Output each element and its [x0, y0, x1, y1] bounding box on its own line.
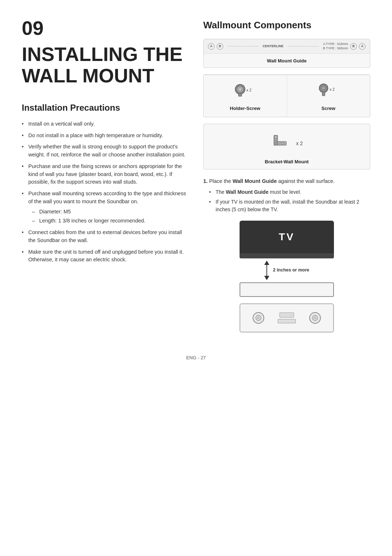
wallmount-components-title: Wallmount Components: [203, 18, 370, 32]
soundbar-left-speaker: [253, 312, 264, 324]
svg-point-21: [275, 139, 277, 141]
label-b: B: [217, 43, 223, 50]
size-info: A TYPE : 616mm B TYPE : 565mm: [323, 42, 348, 50]
holder-screw-icon: x 2: [234, 82, 256, 100]
bracket-box: x 2 Bracket-Wall Mount: [203, 124, 370, 169]
dotted-line-2: [288, 46, 319, 46]
arrow-down-icon: [264, 276, 269, 280]
sub-list: Diameter: M5 Length: 1 3/8 inches or lon…: [32, 208, 189, 225]
chapter-number: 09: [22, 18, 44, 38]
holder-screw-label: Holder-Screw: [230, 102, 260, 114]
svg-point-20: [274, 136, 277, 139]
list-item: Connect cables from the unit to external…: [22, 229, 189, 245]
installation-precautions-title: Installation Precautions: [22, 101, 189, 114]
list-item: Purchase and use the fixing screws or an…: [22, 163, 189, 186]
label-a: A: [208, 43, 215, 50]
chapter-header: 09 INSTALLING THE WALL MOUNT: [22, 18, 189, 101]
screw-label: Screw: [322, 102, 335, 114]
chapter-title-line1: INSTALLING THE WALL MOUNT: [22, 44, 183, 87]
step-sub-list: The Wall Mount Guide must be level. If y…: [209, 188, 370, 213]
steps-section: 1. Place the Wall Mount Guide against th…: [203, 177, 370, 213]
arrow-container: [264, 261, 269, 280]
sub-list-item: Length: 1 3/8 inches or longer recommend…: [32, 217, 189, 225]
soundbar-box: [240, 282, 334, 297]
soundbar-detail: [240, 303, 334, 332]
wall-mount-guide-strip: A B CENTERLINE A TYPE : 616mm B TYPE : 5…: [204, 39, 370, 54]
arrow-line: [266, 265, 267, 276]
svg-point-22: [282, 143, 283, 144]
footer-text: ENG - 27: [186, 355, 206, 360]
bracket-wall-mount-icon: [271, 131, 293, 153]
label-a2: A: [359, 43, 366, 50]
svg-point-2: [239, 88, 242, 91]
soundbar-right-speaker: [309, 312, 321, 324]
centerline-label: CENTERLINE: [263, 44, 284, 49]
holder-screw-cell: x 2 Holder-Screw: [204, 75, 287, 117]
screw-icon: x 2: [318, 82, 339, 100]
list-item: Make sure the unit is turned off and unp…: [22, 248, 189, 264]
step-sub-item: The Wall Mount Guide must be level.: [209, 188, 370, 196]
precautions-list: Install on a vertical wall only. Do not …: [22, 120, 189, 264]
bracket-caption: Bracket-Wall Mount: [265, 158, 309, 165]
left-column: 09 INSTALLING THE WALL MOUNT Installatio…: [22, 18, 189, 332]
list-item: Purchase wall mounting screws according …: [22, 190, 189, 225]
wall-mount-guide-caption: Wall Mount Guide: [204, 54, 370, 68]
wall-mount-guide-box: A B CENTERLINE A TYPE : 616mm B TYPE : 5…: [203, 39, 370, 68]
svg-text:x 2: x 2: [246, 88, 252, 92]
bracket-count: x 2: [296, 140, 303, 147]
tv-label: TV: [279, 229, 295, 245]
svg-point-9: [321, 85, 326, 91]
svg-text:x 2: x 2: [330, 87, 335, 91]
step-sub-item: If your TV is mounted on the wall, insta…: [209, 198, 370, 213]
tv-stand: [240, 253, 334, 258]
screw-cell: x 2 Screw: [287, 75, 370, 117]
page-layout: 09 INSTALLING THE WALL MOUNT Installatio…: [22, 18, 370, 332]
wall-mount-guide-bold: Wall Mount Guide: [233, 178, 277, 184]
list-item: Do not install in a place with high temp…: [22, 132, 189, 140]
arrow-up-icon: [264, 261, 269, 265]
list-item: Install on a vertical wall only.: [22, 120, 189, 128]
arrow-label: 2 inches or more: [273, 267, 309, 274]
components-grid: x 2 Holder-Screw: [204, 75, 370, 117]
arrow-section: 2 inches or more: [240, 261, 334, 280]
svg-point-24: [257, 317, 260, 319]
page-footer: ENG - 27: [22, 354, 370, 361]
right-column: Wallmount Components A B CENTERLINE A TY…: [203, 18, 370, 332]
components-box: x 2 Holder-Screw: [203, 74, 370, 118]
soundbar-center: [278, 312, 296, 323]
label-b2: B: [350, 43, 357, 50]
bracket-icon-group: x 2: [271, 131, 303, 155]
soundbar-small-rect: [278, 319, 296, 323]
tv-box: TV: [240, 221, 334, 253]
step-1: 1. Place the Wall Mount Guide against th…: [203, 177, 370, 213]
tv-diagram: TV 2 inches or more: [203, 221, 370, 332]
soundbar-center-rect: [279, 312, 294, 318]
svg-point-26: [314, 317, 316, 319]
dotted-line: [228, 46, 258, 46]
sub-list-item: Diameter: M5: [32, 208, 189, 216]
list-item: Verify whether the wall is strong enough…: [22, 143, 189, 159]
step-number: 1.: [203, 178, 208, 184]
